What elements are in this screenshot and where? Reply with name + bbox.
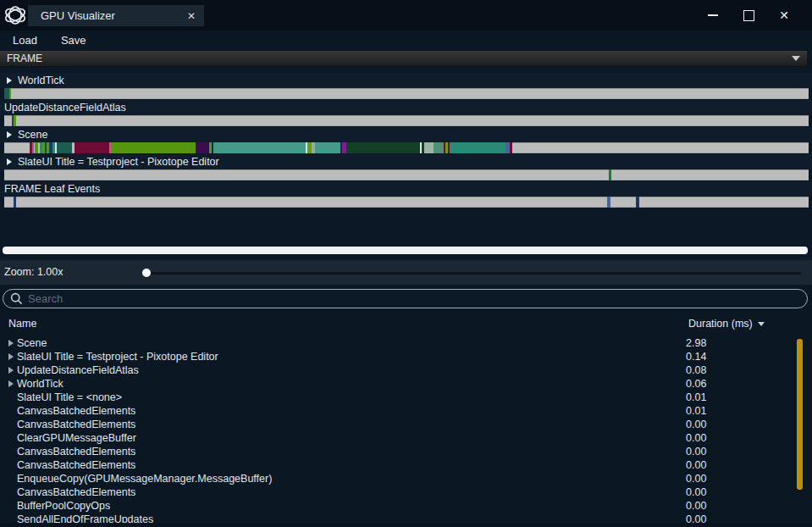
frame-select-value: FRAME (0, 53, 792, 64)
timeline-segment (607, 197, 610, 208)
event-duration: 0.06 (686, 378, 706, 390)
timeline-segment (315, 142, 340, 153)
table-row[interactable]: BufferPoolCopyOps 0.00 (0, 499, 812, 513)
expand-arrow-icon[interactable] (8, 340, 14, 347)
event-duration: 0.08 (686, 364, 706, 376)
table-row[interactable]: CanvasBatchedElements 0.00 (0, 445, 812, 458)
table-row[interactable]: CanvasBatchedElements 0.00 (0, 418, 812, 431)
event-name: Scene (17, 337, 47, 349)
titlebar: GPU Visualizer ✕ ✕ (0, 0, 812, 31)
timeline-panel: WorldTick UpdateDistanceFieldAtlas Scene… (0, 68, 812, 260)
event-duration: 0.00 (686, 486, 706, 498)
event-duration: 0.00 (686, 446, 706, 458)
menu-load[interactable]: Load (0, 34, 49, 47)
column-header-duration-label: Duration (ms) (688, 318, 753, 330)
track-bar[interactable] (4, 115, 809, 126)
event-name: SlateUI Title = <none> (17, 391, 122, 403)
table-row[interactable]: CanvasBatchedElements 0.01 (0, 404, 812, 418)
search-input[interactable]: Search (3, 289, 808, 308)
tab-close-icon[interactable]: ✕ (187, 10, 196, 22)
column-header-duration[interactable]: Duration (ms) (688, 318, 765, 330)
track-label-row[interactable]: SlateUI Title = Testproject - Pixotope E… (0, 154, 812, 169)
table-row[interactable]: UpdateDistanceFieldAtlas 0.08 (0, 363, 812, 377)
search-icon (10, 292, 23, 305)
event-name: CanvasBatchedElements (17, 446, 135, 458)
timeline-segment (196, 142, 209, 153)
table-header: Name Duration (ms) (0, 318, 812, 331)
track-bar[interactable] (4, 197, 809, 208)
tab-title: GPU Visualizer (36, 9, 187, 22)
vertical-scrollbar[interactable] (797, 339, 803, 490)
table-row[interactable]: CanvasBatchedElements 0.00 (0, 458, 812, 472)
track-label: UpdateDistanceFieldAtlas (4, 102, 126, 114)
timeline-segment (111, 142, 196, 153)
expand-arrow-icon[interactable] (7, 131, 12, 138)
expand-arrow-icon[interactable] (7, 158, 12, 165)
horizontal-scrollbar[interactable] (3, 247, 808, 254)
minimize-icon (708, 14, 718, 16)
event-duration: 0.00 (686, 473, 706, 485)
track-label: WorldTick (18, 75, 64, 86)
timeline-segment (14, 115, 16, 126)
timeline-segment (434, 142, 444, 153)
zoom-level-label: Zoom: 1.00x (4, 266, 63, 278)
event-duration: 0.00 (686, 500, 706, 512)
track-label-row[interactable]: UpdateDistanceFieldAtlas (0, 100, 812, 115)
event-name: CanvasBatchedElements (17, 459, 135, 471)
search-placeholder: Search (28, 292, 63, 305)
expand-arrow-icon[interactable] (8, 380, 14, 387)
track-label: SlateUI Title = Testproject - Pixotope E… (18, 156, 219, 168)
track-label-row[interactable]: FRAME Leaf Events (0, 181, 812, 197)
app-logo-icon (3, 3, 28, 27)
timeline-segment (9, 88, 11, 99)
event-name: EnqueueCopy(GPUMessageManager.MessageBuf… (17, 473, 272, 485)
maximize-button[interactable] (731, 0, 766, 31)
maximize-icon (743, 10, 754, 21)
tab-gpu-visualizer[interactable]: GPU Visualizer ✕ (28, 5, 204, 26)
frame-select-dropdown[interactable]: FRAME (0, 51, 807, 67)
close-icon: ✕ (779, 8, 789, 22)
track-bar[interactable] (4, 88, 809, 99)
timeline-segment (35, 142, 38, 153)
expand-arrow-icon[interactable] (8, 367, 14, 374)
gpu-visualizer-window: GPU Visualizer ✕ ✕ Load Save FRAME World… (0, 0, 812, 527)
table-row[interactable]: SlateUI Title = Testproject - Pixotope E… (0, 350, 812, 363)
event-name: BufferPoolCopyOps (17, 500, 110, 512)
zoom-row: Zoom: 1.00x (0, 260, 812, 285)
sort-desc-icon (758, 322, 765, 326)
event-name: CanvasBatchedElements (17, 405, 135, 417)
timeline-track: FRAME Leaf Events (0, 181, 812, 208)
timeline-segment (32, 142, 34, 153)
table-row[interactable]: EnqueueCopy(GPUMessageManager.MessageBuf… (0, 472, 812, 485)
table-row[interactable]: ClearGPUMessageBuffer 0.00 (0, 431, 812, 445)
event-duration: 0.01 (686, 391, 706, 403)
table-row[interactable]: WorldTick 0.06 (0, 377, 812, 391)
table-row[interactable]: SlateUI Title = <none> 0.01 (0, 391, 812, 404)
event-name: WorldTick (17, 378, 64, 390)
expand-arrow-icon[interactable] (8, 353, 14, 360)
table-row[interactable]: Scene 2.98 (0, 336, 812, 350)
event-table: Scene 2.98 SlateUI Title = Testproject -… (0, 336, 812, 527)
event-name: CanvasBatchedElements (17, 486, 135, 498)
menu-save[interactable]: Save (49, 34, 98, 47)
track-label-row[interactable]: Scene (0, 127, 812, 142)
expand-arrow-icon[interactable] (7, 77, 12, 84)
menubar: Load Save (0, 31, 812, 49)
event-name: ClearGPUMessageBuffer (17, 432, 136, 444)
zoom-slider-track[interactable] (144, 272, 801, 275)
track-bar[interactable] (4, 169, 809, 180)
event-duration: 2.98 (686, 337, 706, 349)
timeline-track: SlateUI Title = Testproject - Pixotope E… (0, 154, 812, 180)
zoom-slider-thumb[interactable] (142, 269, 151, 277)
close-button[interactable]: ✕ (766, 0, 802, 31)
table-row[interactable]: CanvasBatchedElements 0.00 (0, 485, 812, 499)
track-bar[interactable] (4, 142, 809, 153)
column-header-name[interactable]: Name (8, 318, 36, 330)
event-duration: 0.00 (686, 419, 706, 430)
timeline-segment (14, 197, 16, 208)
track-label-row[interactable]: WorldTick (0, 73, 812, 88)
minimize-button[interactable] (695, 0, 731, 31)
timeline-segment (636, 197, 639, 208)
timeline-segment (609, 169, 611, 180)
timeline-segment (346, 142, 419, 153)
